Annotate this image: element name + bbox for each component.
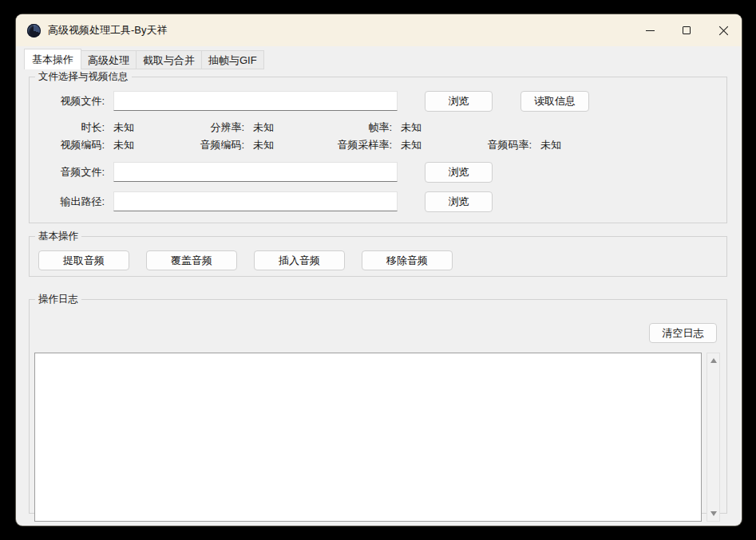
duration-value: 未知 [105, 121, 169, 133]
framerate-value: 未知 [392, 121, 457, 133]
log-scrollbar[interactable] [707, 353, 720, 522]
close-icon [718, 26, 729, 36]
resolution-label: 分辨率: [169, 121, 244, 133]
scroll-down-arrow-icon[interactable] [710, 511, 717, 516]
overwrite-audio-button[interactable]: 覆盖音频 [146, 250, 237, 270]
basic-operations-group-title: 基本操作 [35, 231, 81, 242]
output-browse-button[interactable]: 浏览 [425, 191, 493, 212]
insert-audio-button[interactable]: 插入音频 [254, 250, 345, 270]
maximize-button[interactable] [668, 14, 705, 46]
read-info-button[interactable]: 读取信息 [520, 91, 589, 112]
output-path-input[interactable] [113, 191, 398, 211]
duration-label: 时长: [30, 121, 105, 133]
tab-advanced-processing[interactable]: 高级处理 [81, 50, 137, 69]
audio-samplerate-value: 未知 [392, 139, 457, 151]
resolution-value: 未知 [244, 121, 317, 133]
tab-basic-operations[interactable]: 基本操作 [24, 49, 81, 69]
window-controls [631, 14, 742, 46]
tab-frames-and-gif[interactable]: 抽帧与GIF [201, 50, 264, 69]
audio-codec-value: 未知 [244, 139, 317, 151]
basic-operations-group: 基本操作 提取音频 覆盖音频 插入音频 移除音频 [29, 236, 727, 277]
video-info-grid: 时长: 未知 分辨率: 未知 帧率: 未知 视频编码: 未知 音频编码: 未知 … [30, 121, 726, 151]
file-selection-group-title: 文件选择与视频信息 [35, 71, 132, 83]
audio-file-input[interactable] [113, 162, 398, 182]
framerate-label: 帧率: [317, 121, 392, 133]
basic-operations-row: 提取音频 覆盖音频 插入音频 移除音频 [38, 250, 453, 270]
audio-bitrate-label: 音频码率: [457, 139, 532, 151]
audio-file-label: 音频文件: [30, 162, 105, 183]
file-selection-group: 文件选择与视频信息 视频文件: 浏览 读取信息 时长: 未知 分辨率: 未知 帧… [29, 77, 727, 223]
log-output[interactable] [34, 353, 702, 522]
audio-codec-label: 音频编码: [169, 139, 244, 151]
clear-log-button[interactable]: 清空日志 [649, 323, 717, 343]
scroll-up-arrow-icon[interactable] [710, 358, 717, 363]
output-path-row: 输出路径: 浏览 [30, 191, 726, 212]
tab-cut-and-merge[interactable]: 截取与合并 [136, 50, 202, 69]
video-browse-button[interactable]: 浏览 [425, 91, 493, 112]
video-codec-value: 未知 [105, 139, 169, 151]
log-group-title: 操作日志 [35, 294, 81, 305]
extract-audio-button[interactable]: 提取音频 [38, 250, 129, 270]
window-title: 高级视频处理工具-By天祥 [48, 23, 168, 37]
app-window: 高级视频处理工具-By天祥 基本操作 高级处理 截取与合并 抽帧与GIF 文件选… [16, 14, 742, 526]
audio-bitrate-value: 未知 [532, 139, 726, 151]
output-path-label: 输出路径: [30, 191, 105, 212]
title-bar[interactable]: 高级视频处理工具-By天祥 [16, 14, 742, 46]
maximize-icon [683, 26, 691, 34]
video-file-row: 视频文件: 浏览 读取信息 [30, 91, 726, 112]
remove-audio-button[interactable]: 移除音频 [362, 250, 453, 270]
log-group: 操作日志 清空日志 [29, 299, 727, 514]
audio-samplerate-label: 音频采样率: [317, 139, 392, 151]
audio-browse-button[interactable]: 浏览 [425, 162, 493, 183]
app-icon [27, 24, 41, 37]
close-button[interactable] [705, 14, 742, 46]
minimize-icon [646, 30, 655, 31]
tab-bar: 基本操作 高级处理 截取与合并 抽帧与GIF [24, 49, 264, 69]
video-file-label: 视频文件: [30, 91, 105, 112]
video-codec-label: 视频编码: [30, 139, 105, 151]
video-file-input[interactable] [113, 91, 398, 111]
audio-file-row: 音频文件: 浏览 [30, 162, 726, 183]
minimize-button[interactable] [631, 14, 668, 46]
